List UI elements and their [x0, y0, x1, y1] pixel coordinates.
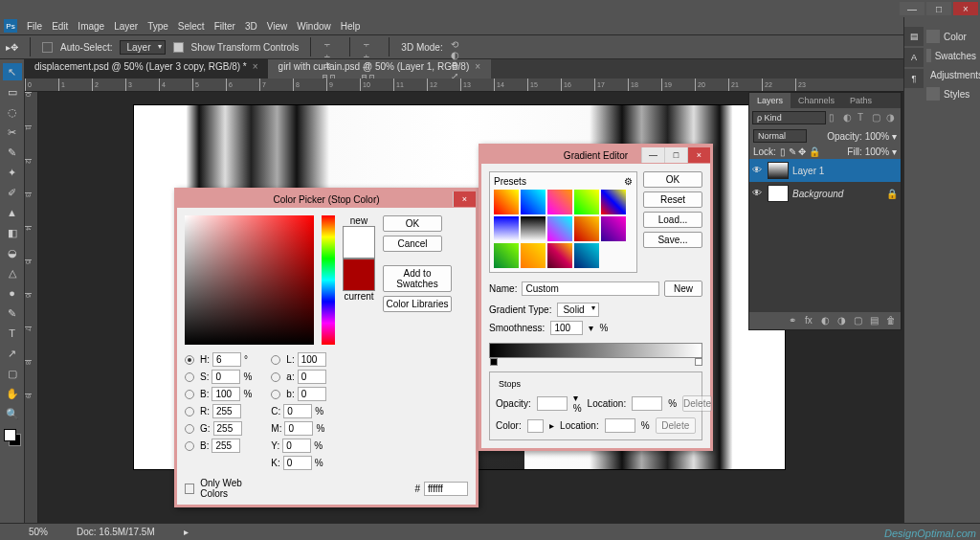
k-input[interactable] — [283, 456, 312, 470]
menu-type[interactable]: Type — [147, 21, 168, 32]
stop-left[interactable] — [490, 358, 498, 366]
mode-3d-icons[interactable]: ⟲ ◐ ✥ ⤢ ⊙ — [451, 39, 466, 55]
preset-swatch[interactable] — [494, 216, 519, 241]
gradient-name-input[interactable] — [522, 281, 659, 296]
type-tool[interactable]: T — [3, 325, 22, 342]
lab-b-input[interactable] — [298, 387, 326, 401]
smoothness-input[interactable] — [550, 321, 583, 335]
path-tool[interactable]: ↗ — [3, 345, 22, 362]
dialog-close[interactable]: × — [453, 191, 476, 207]
panel-color[interactable]: Color — [924, 27, 978, 46]
layer-filter[interactable]: ρ Kind — [752, 111, 826, 124]
tab-displacement[interactable]: displacement.psd @ 50% (Layer 3 copy, RG… — [25, 59, 269, 79]
group-icon[interactable]: ▢ — [854, 315, 865, 326]
gradient-tool[interactable]: △ — [3, 264, 22, 281]
m-input[interactable] — [284, 421, 313, 436]
ok-button[interactable]: OK — [383, 215, 442, 232]
layers-tab[interactable]: Layers — [749, 93, 791, 108]
l-input[interactable] — [298, 352, 326, 367]
lab-b-radio[interactable] — [271, 390, 280, 399]
eraser-tool[interactable]: ◒ — [3, 244, 22, 261]
add-swatch-button[interactable]: Add to Swatches — [383, 265, 452, 292]
eye-icon[interactable]: 👁 — [752, 165, 764, 176]
menu-view[interactable]: View — [267, 21, 288, 32]
channels-tab[interactable]: Channels — [791, 93, 842, 108]
preset-swatch[interactable] — [574, 216, 599, 241]
cancel-button[interactable]: Cancel — [383, 236, 442, 252]
hue-slider[interactable] — [322, 215, 335, 345]
b-input[interactable] — [212, 387, 240, 401]
g-input[interactable] — [213, 421, 242, 436]
load-button[interactable]: Load... — [643, 212, 702, 228]
tab-icon-history[interactable]: ▤ — [904, 27, 924, 46]
web-colors-check[interactable] — [185, 484, 194, 494]
layers-panel[interactable]: Layers Channels Paths ρ Kind ▯◐T▢◑ Norma… — [748, 92, 902, 330]
mask-icon[interactable]: ◐ — [821, 315, 833, 326]
reset-button[interactable]: Reset — [643, 191, 702, 208]
color-libraries-button[interactable]: Color Libraries — [383, 296, 452, 312]
new-button[interactable]: New — [664, 281, 702, 297]
brush-tool[interactable]: ✐ — [3, 184, 22, 201]
stop-right[interactable] — [695, 358, 702, 366]
zoom-value[interactable]: 50% — [29, 527, 48, 537]
gradient-editor-dialog[interactable]: Gradient Editor — □ × Presets⚙ OK Reset … — [479, 144, 713, 451]
a-radio[interactable] — [271, 372, 280, 382]
move-tool[interactable]: ↖ — [3, 63, 22, 80]
menu-edit[interactable]: Edit — [52, 21, 68, 32]
heal-tool[interactable]: ✦ — [3, 164, 22, 181]
link-icon[interactable]: ⚭ — [789, 315, 800, 326]
hand-tool[interactable]: ✋ — [3, 385, 22, 402]
l-radio[interactable] — [271, 355, 280, 365]
layer-row[interactable]: 👁 Layer 1 — [749, 159, 901, 182]
menu-select[interactable]: Select — [178, 21, 205, 32]
gear-icon[interactable]: ⚙ — [624, 176, 633, 187]
paths-tab[interactable]: Paths — [842, 93, 880, 108]
auto-select-check[interactable] — [42, 42, 53, 53]
window-max[interactable]: □ — [926, 2, 951, 15]
eye-icon[interactable]: 👁 — [752, 188, 764, 199]
dialog-title[interactable]: Color Picker (Stop Color) × — [177, 191, 476, 208]
preset-swatch[interactable] — [601, 190, 626, 214]
menu-help[interactable]: Help — [341, 21, 361, 32]
dialog-close[interactable]: × — [687, 147, 710, 163]
distribute-icons[interactable]: ⫟ ⫠ ⫡ ⊟ ⊡ ⊞ — [362, 39, 377, 55]
eyedropper-tool[interactable]: ✎ — [3, 144, 22, 161]
panel-adjustments[interactable]: Adjustments — [924, 65, 978, 84]
color-picker-dialog[interactable]: Color Picker (Stop Color) × new current … — [174, 188, 479, 507]
h-radio[interactable] — [185, 355, 194, 365]
panel-styles[interactable]: Styles — [924, 84, 978, 103]
fx-icon[interactable]: fx — [805, 315, 816, 326]
dialog-max[interactable]: □ — [664, 147, 687, 163]
preset-swatch[interactable] — [547, 216, 572, 241]
dialog-min[interactable]: — — [641, 147, 664, 163]
gradient-type-select[interactable]: Solid — [557, 303, 598, 317]
preset-swatch[interactable] — [547, 190, 572, 214]
h-input[interactable] — [212, 352, 241, 367]
menu-window[interactable]: Window — [297, 21, 331, 32]
menu-layer[interactable]: Layer — [114, 21, 138, 32]
b2-radio[interactable] — [185, 441, 194, 451]
menu-3d[interactable]: 3D — [245, 21, 257, 32]
crop-tool[interactable]: ✂ — [3, 124, 22, 141]
preset-swatch[interactable] — [494, 190, 519, 214]
gradient-bar[interactable] — [489, 343, 702, 358]
preset-swatch[interactable] — [521, 190, 546, 214]
y-input[interactable] — [282, 439, 311, 453]
preset-swatch[interactable] — [521, 216, 546, 241]
window-close[interactable]: × — [953, 2, 978, 15]
window-min[interactable]: — — [900, 2, 924, 15]
pen-tool[interactable]: ✎ — [3, 304, 22, 322]
shape-tool[interactable]: ▢ — [3, 365, 22, 382]
c-input[interactable] — [283, 404, 312, 418]
r-input[interactable] — [212, 404, 241, 418]
blur-tool[interactable]: ● — [3, 284, 22, 302]
new-layer-icon[interactable]: ▤ — [870, 315, 881, 326]
a-input[interactable] — [298, 370, 326, 384]
dialog-title[interactable]: Gradient Editor — □ × — [481, 146, 710, 164]
preset-swatch[interactable] — [494, 243, 519, 268]
preset-swatch[interactable] — [521, 243, 546, 268]
s-radio[interactable] — [185, 372, 194, 382]
layer-row[interactable]: 👁 Background 🔒 — [749, 182, 901, 205]
menu-image[interactable]: Image — [78, 21, 104, 32]
tab-icon-para[interactable]: ¶ — [904, 69, 924, 88]
